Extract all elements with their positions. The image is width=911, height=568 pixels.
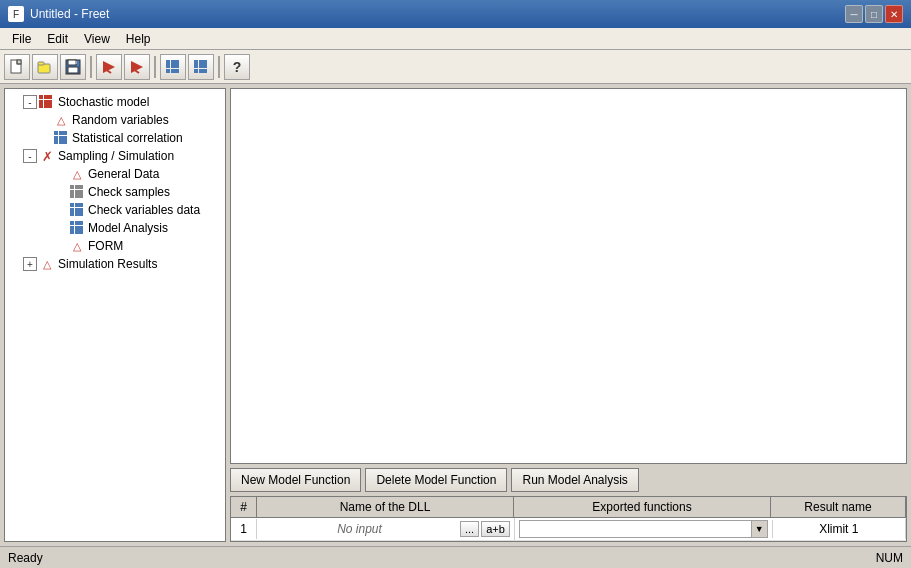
tree-item-sampling[interactable]: - ✗ Sampling / Simulation <box>5 147 225 165</box>
status-num: NUM <box>876 551 903 565</box>
menu-bar: File Edit View Help <box>0 28 911 50</box>
svg-rect-1 <box>17 60 21 64</box>
cell-row1-num: 1 <box>231 519 257 539</box>
cell-row1-exported: ▼ <box>515 520 773 538</box>
tree-panel: - Stochastic model △ Random variables <box>4 88 226 542</box>
sampling-icon: ✗ <box>39 149 55 163</box>
toolbar-help[interactable]: ? <box>224 54 250 80</box>
cs-label: Check samples <box>88 185 170 199</box>
content-area <box>230 88 907 464</box>
tree-item-check-vars[interactable]: Check variables data <box>5 201 225 219</box>
rv-label: Random variables <box>72 113 169 127</box>
buttons-row: New Model Function Delete Model Function… <box>230 468 907 492</box>
dll-edit-button[interactable]: a+b <box>481 521 510 537</box>
ma-icon <box>69 221 85 235</box>
run-model-analysis-button[interactable]: Run Model Analysis <box>511 468 638 492</box>
title-bar: F Untitled - Freet ─ □ ✕ <box>0 0 911 28</box>
tree-item-form[interactable]: △ FORM <box>5 237 225 255</box>
status-text: Ready <box>8 551 43 565</box>
minimize-button[interactable]: ─ <box>845 5 863 23</box>
cell-row1-result <box>773 519 906 539</box>
app-icon: F <box>8 6 24 22</box>
maximize-button[interactable]: □ <box>865 5 883 23</box>
menu-view[interactable]: View <box>76 30 118 48</box>
toolbar-sep-1 <box>90 56 92 78</box>
main-layout: - Stochastic model △ Random variables <box>0 84 911 546</box>
rv-icon: △ <box>53 113 69 127</box>
sc-icon <box>53 131 69 145</box>
grid2-icon <box>194 60 208 74</box>
menu-help[interactable]: Help <box>118 30 159 48</box>
gd-label: General Data <box>88 167 159 181</box>
col-header-dll: Name of the DLL <box>257 497 514 517</box>
svg-rect-7 <box>75 61 77 64</box>
col-header-exported: Exported functions <box>514 497 771 517</box>
tree-item-random-vars[interactable]: △ Random variables <box>5 111 225 129</box>
new-model-function-button[interactable]: New Model Function <box>230 468 361 492</box>
toolbar-run1[interactable] <box>96 54 122 80</box>
col-header-num: # <box>231 497 257 517</box>
sr-icon: △ <box>39 257 55 271</box>
toolbar: ? <box>0 50 911 84</box>
form-label: FORM <box>88 239 123 253</box>
status-bar: Ready NUM <box>0 546 911 568</box>
svg-rect-3 <box>38 62 44 65</box>
stochastic-icon <box>39 95 55 109</box>
stochastic-label: Stochastic model <box>58 95 149 109</box>
form-icon: △ <box>69 239 85 253</box>
dll-browse-button[interactable]: ... <box>460 521 479 537</box>
exported-dropdown[interactable]: ▼ <box>519 520 768 538</box>
toolbar-grid2[interactable] <box>188 54 214 80</box>
dropdown-arrow-icon[interactable]: ▼ <box>751 521 767 537</box>
tree-item-general-data[interactable]: △ General Data <box>5 165 225 183</box>
title-bar-left: F Untitled - Freet <box>8 6 109 22</box>
menu-edit[interactable]: Edit <box>39 30 76 48</box>
tree-item-sim-results[interactable]: + △ Simulation Results <box>5 255 225 273</box>
tree-item-stochastic[interactable]: - Stochastic model <box>5 93 225 111</box>
tree-item-check-samples[interactable]: Check samples <box>5 183 225 201</box>
cv-icon <box>69 203 85 217</box>
table-area: # Name of the DLL Exported functions Res… <box>230 496 907 542</box>
svg-rect-5 <box>68 60 76 65</box>
toolbar-run2[interactable] <box>124 54 150 80</box>
tree-item-model-analysis[interactable]: Model Analysis <box>5 219 225 237</box>
cv-label: Check variables data <box>88 203 200 217</box>
result-name-input[interactable] <box>777 522 901 536</box>
dll-name-text: No input <box>261 521 458 537</box>
toolbar-grid1[interactable] <box>160 54 186 80</box>
delete-model-function-button[interactable]: Delete Model Function <box>365 468 507 492</box>
table-header: # Name of the DLL Exported functions Res… <box>231 497 906 518</box>
toolbar-new[interactable] <box>4 54 30 80</box>
window-title: Untitled - Freet <box>30 7 109 21</box>
title-controls[interactable]: ─ □ ✕ <box>845 5 903 23</box>
gd-icon: △ <box>69 167 85 181</box>
table-row: 1 No input ... a+b ▼ <box>231 518 906 541</box>
expand-sampling[interactable]: - <box>23 149 37 163</box>
menu-file[interactable]: File <box>4 30 39 48</box>
tree-item-stat-corr[interactable]: Statistical correlation <box>5 129 225 147</box>
sc-label: Statistical correlation <box>72 131 183 145</box>
expand-sim-results[interactable]: + <box>23 257 37 271</box>
svg-rect-6 <box>68 67 78 73</box>
right-panel: New Model Function Delete Model Function… <box>230 84 911 546</box>
toolbar-sep-2 <box>154 56 156 78</box>
sr-label: Simulation Results <box>58 257 157 271</box>
toolbar-save[interactable] <box>60 54 86 80</box>
ma-label: Model Analysis <box>88 221 168 235</box>
grid-icon <box>166 60 180 74</box>
cell-row1-dll: No input ... a+b <box>257 518 515 540</box>
col-header-result: Result name <box>771 497 906 517</box>
toolbar-sep-3 <box>218 56 220 78</box>
toolbar-open[interactable] <box>32 54 58 80</box>
expand-stochastic[interactable]: - <box>23 95 37 109</box>
cs-icon <box>69 185 85 199</box>
sampling-label: Sampling / Simulation <box>58 149 174 163</box>
close-button[interactable]: ✕ <box>885 5 903 23</box>
